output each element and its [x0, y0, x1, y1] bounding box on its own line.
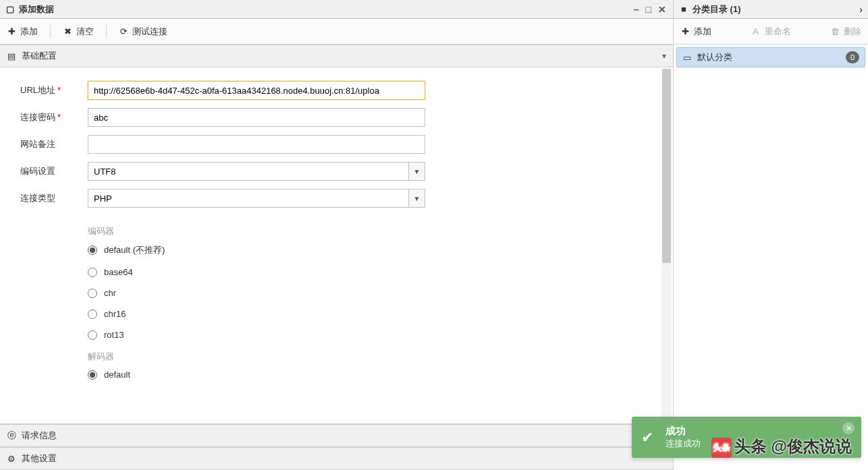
form-area: URL地址* 连接密码* 网站备注 — [0, 67, 673, 424]
toast-message: 连接成功 — [666, 438, 834, 450]
encoding-label: 编码设置 — [20, 166, 55, 176]
clear-label: 清空 — [76, 26, 94, 38]
decoder-radio-default[interactable] — [88, 370, 97, 380]
password-input[interactable] — [88, 108, 425, 127]
scroll-thumb[interactable] — [662, 69, 671, 263]
toast-title: 成功 — [666, 425, 834, 438]
main-toolbar: ✚ 添加 ✖ 清空 ⟳ 测试连接 — [0, 19, 673, 45]
right-panel-title-bar: ■ 分类目录 (1) › — [674, 0, 868, 19]
trash-icon: 🗑 — [830, 26, 840, 36]
window-icon: ▢ — [5, 4, 15, 14]
toolbar-separator — [106, 25, 107, 38]
note-label: 网站备注 — [20, 139, 55, 149]
document-icon: ▤ — [7, 51, 16, 61]
font-icon: A — [751, 26, 761, 36]
type-label: 连接类型 — [20, 193, 55, 203]
toast-close-button[interactable]: ✕ — [842, 422, 855, 434]
folder-open-icon: ▭ — [682, 53, 692, 63]
window-title: 添加数据 — [19, 3, 54, 16]
scrollbar[interactable] — [661, 69, 672, 422]
encoder-radio-label: default (不推荐) — [104, 244, 165, 256]
right-delete-label: 删除 — [844, 26, 861, 38]
clear-button[interactable]: ✖ 清空 — [63, 26, 94, 38]
encoding-select[interactable] — [88, 162, 425, 181]
type-dropdown-button[interactable]: ▼ — [408, 189, 425, 207]
add-label: 添加 — [20, 26, 38, 38]
folder-icon: ■ — [679, 4, 688, 14]
encoder-option[interactable]: chr — [88, 288, 425, 298]
url-input[interactable] — [88, 81, 425, 100]
plus-circle-icon: ✚ — [7, 26, 16, 36]
encoder-radio-label: rot13 — [104, 330, 124, 340]
right-panel-title: 分类目录 (1) — [693, 3, 741, 16]
decoder-group-label: 解码器 — [88, 351, 425, 363]
maximize-button[interactable]: □ — [645, 4, 653, 15]
required-mark: * — [57, 85, 61, 95]
right-toolbar: ✚ 添加 A 重命名 🗑 删除 — [674, 19, 868, 45]
encoder-option[interactable]: chr16 — [88, 309, 425, 319]
right-delete-button[interactable]: 🗑 删除 — [830, 26, 861, 38]
x-icon: ✖ — [63, 26, 72, 36]
success-toast: ✔ ✕ 成功 连接成功 — [632, 417, 861, 458]
chevron-down-icon: ▾ — [662, 51, 666, 61]
minimize-button[interactable]: – — [632, 4, 641, 15]
section-other-header[interactable]: ⚙ 其他设置 — [0, 447, 673, 470]
section-request-header[interactable]: ⓔ 请求信息 — [0, 424, 673, 447]
encoder-radio-chr16[interactable] — [88, 310, 97, 319]
close-button[interactable]: ✕ — [657, 4, 668, 15]
check-icon: ✔ — [641, 429, 653, 446]
tree-item-default[interactable]: ▭ 默认分类 0 — [676, 47, 865, 67]
right-add-button[interactable]: ✚ 添加 — [680, 26, 711, 38]
note-input[interactable] — [88, 135, 425, 154]
tree-item-count-badge: 0 — [846, 51, 859, 63]
right-add-label: 添加 — [694, 26, 711, 38]
section-basic-label: 基础配置 — [22, 50, 57, 62]
section-basic-header[interactable]: ▤ 基础配置 ▾ — [0, 45, 673, 67]
globe-icon: ⓔ — [7, 430, 16, 442]
category-tree: ▭ 默认分类 0 — [674, 45, 868, 470]
test-label: 测试连接 — [132, 26, 167, 38]
right-rename-label: 重命名 — [765, 26, 791, 38]
decoder-radio-label: default — [104, 370, 130, 380]
test-connection-button[interactable]: ⟳ 测试连接 — [119, 26, 167, 38]
encoder-option[interactable]: rot13 — [88, 330, 425, 340]
required-mark: * — [57, 112, 61, 122]
plus-circle-icon: ✚ — [680, 26, 690, 36]
encoder-option[interactable]: base64 — [88, 267, 425, 277]
encoder-radio-default[interactable] — [88, 245, 97, 255]
encoder-radio-chr[interactable] — [88, 289, 97, 298]
encoder-radio-base64[interactable] — [88, 268, 97, 277]
section-other-label: 其他设置 — [22, 452, 57, 465]
type-select[interactable] — [88, 189, 425, 208]
encoder-option[interactable]: default (不推荐) — [88, 244, 425, 256]
url-label: URL地址 — [20, 85, 55, 95]
password-label: 连接密码 — [20, 112, 55, 122]
right-rename-button[interactable]: A 重命名 — [751, 26, 791, 38]
encoder-radio-label: base64 — [104, 267, 133, 277]
encoder-radio-label: chr16 — [104, 309, 126, 319]
collapse-right-button[interactable]: › — [859, 4, 863, 15]
window-title-bar: ▢ 添加数据 – □ ✕ — [0, 0, 673, 19]
decoder-option[interactable]: default — [88, 370, 425, 380]
gear-icon: ⚙ — [7, 454, 16, 464]
encoder-radio-rot13[interactable] — [88, 330, 97, 340]
tree-item-label: 默认分类 — [697, 51, 732, 63]
section-request-label: 请求信息 — [22, 430, 57, 442]
spinner-icon: ⟳ — [119, 26, 128, 36]
add-button[interactable]: ✚ 添加 — [7, 26, 38, 38]
encoding-dropdown-button[interactable]: ▼ — [408, 163, 425, 180]
encoder-group-label: 编码器 — [88, 225, 425, 237]
encoder-radio-label: chr — [104, 288, 116, 298]
toolbar-separator — [50, 25, 51, 38]
